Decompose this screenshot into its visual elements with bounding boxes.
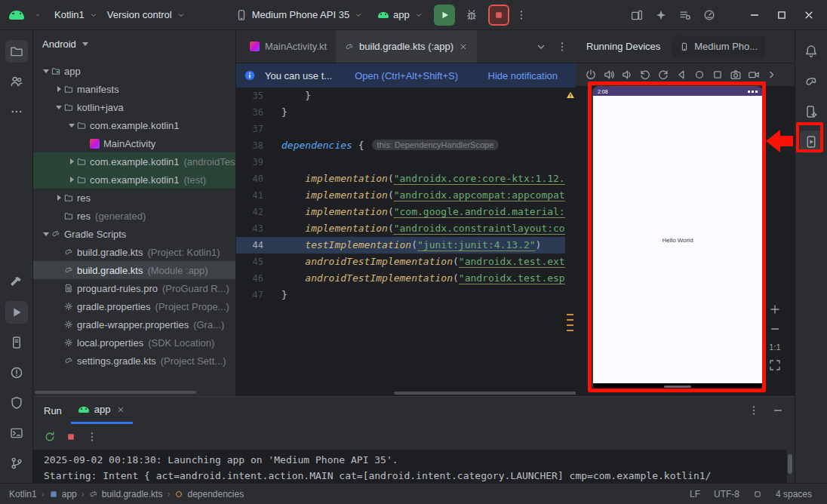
code-editor[interactable]: 35 }36}3738dependencies {this: Dependenc… [236,88,565,390]
tree-item-proguard-rules-pro[interactable]: proguard-rules.pro(ProGuard R...) [33,279,235,297]
stop-process-icon[interactable] [65,431,77,443]
run-config-selector[interactable]: app [374,6,428,23]
tree-item-res[interactable]: res [33,189,235,207]
editor-status-icon[interactable] [753,490,762,499]
tree-item-kotlin-java[interactable]: kotlin+java [33,98,235,116]
chevron-down-icon[interactable] [41,66,51,76]
tree-item-build-gradle-kts[interactable]: build.gradle.kts(Module :app) [33,261,235,279]
run-options-icon[interactable] [748,404,760,416]
build-tool-icon[interactable] [5,271,28,293]
code-line-41[interactable]: 41 implementation("androidx.appcompat:ap… [236,187,565,204]
chevron-down-icon[interactable] [41,229,51,239]
project-selector[interactable]: Kotlin1 [50,6,103,23]
close-tab-icon[interactable] [459,42,468,51]
debug-button[interactable] [461,5,482,26]
tree-item-com-example-kotlin1[interactable]: com.example.kotlin1 [33,116,235,134]
run-tool-icon[interactable] [5,301,28,324]
hide-notification-link[interactable]: Hide notification [488,70,558,81]
tree-item-build-gradle-kts[interactable]: build.gradle.kts(Project: Kotlin1) [33,243,235,261]
notifications-icon[interactable] [800,40,822,63]
more-run-actions-icon[interactable] [515,9,527,21]
stripe-mark[interactable] [567,330,573,331]
run-button[interactable] [434,5,455,26]
main-menu-icon[interactable] [32,9,44,21]
code-line-38[interactable]: 38dependencies {this: DependencyHandlerS… [236,137,565,154]
stripe-mark[interactable] [567,319,573,321]
volume-down-icon[interactable] [621,69,633,81]
running-devices-title[interactable]: Running Devices [586,41,660,52]
editor-error-stripe[interactable] [565,88,576,390]
app-quality-insights-icon[interactable] [5,392,28,414]
tree-item-app[interactable]: app [33,62,235,80]
stripe-mark[interactable] [567,314,573,315]
tree-item-gradle-scripts[interactable]: Gradle Scripts [33,225,235,243]
warning-icon[interactable] [566,91,575,100]
running-devices-tool-icon[interactable] [800,131,822,153]
code-line-36[interactable]: 36} [236,104,565,121]
more-device-actions-icon[interactable] [766,69,778,81]
device-selector[interactable]: Medium Phone API 35 [231,6,367,24]
hide-tool-window-icon[interactable] [772,404,784,416]
zoom-out-icon[interactable] [769,323,781,335]
chevron-down-icon[interactable] [54,102,64,112]
stripe-mark[interactable] [567,324,573,326]
profiler-icon[interactable] [703,9,715,21]
code-line-43[interactable]: 43 implementation("androidx.constraintla… [236,220,565,237]
tree-item-gradle-properties[interactable]: gradle.properties(Project Prope...) [33,297,235,315]
home-icon[interactable] [693,69,706,81]
project-horizontal-scrollbar[interactable] [35,391,196,394]
rerun-icon[interactable] [44,431,56,443]
screenshot-icon[interactable] [730,69,742,81]
project-view-selector[interactable]: Android [33,30,235,57]
more-tool-windows-icon[interactable] [5,100,28,123]
chevron-right-icon[interactable] [54,84,64,94]
tree-item-res[interactable]: res(generated) [33,207,235,225]
line-ending-indicator[interactable]: LF [690,489,700,499]
vcs-selector[interactable]: Version control [103,6,190,23]
rotate-right-icon[interactable] [657,69,669,81]
code-line-44[interactable]: 44 testImplementation("junit:junit:4.13.… [236,237,565,254]
rotate-left-icon[interactable] [639,69,651,81]
breadcrumb-dependencies[interactable]: dependencies [174,489,244,499]
screen-record-icon[interactable] [748,69,760,81]
gemini-icon[interactable] [655,9,667,21]
stop-button[interactable] [488,5,509,26]
hidden-tabs-icon[interactable] [535,41,547,53]
zoom-in-icon[interactable] [769,303,781,315]
tab-mainactivity[interactable]: MainActivity.kt [241,30,336,63]
chevron-right-icon[interactable] [54,192,64,203]
problems-tool-icon[interactable] [5,361,28,384]
logcat-tool-icon[interactable] [5,331,28,354]
zoom-reset-button[interactable]: 1:1 [769,343,780,352]
volume-up-icon[interactable] [603,69,615,81]
device-screen[interactable]: 2:08 Hello World [592,86,763,391]
console-scrollbar[interactable] [788,454,792,474]
code-line-46[interactable]: 46 androidTestImplementation("androidx.t… [236,270,565,287]
indent-indicator[interactable]: 4 spaces [776,489,812,499]
code-line-47[interactable]: 47} [236,287,565,303]
breadcrumb-build-gradle-kts[interactable]: build.gradle.kts [89,489,163,499]
code-line-45[interactable]: 45 androidTestImplementation("androidx.t… [236,254,565,270]
close-run-tab-icon[interactable] [116,405,125,414]
code-line-42[interactable]: 42 implementation("com.google.android.ma… [236,204,565,220]
tree-item-settings-gradle-kts[interactable]: settings.gradle.kts(Project Sett...) [33,352,235,370]
code-line-35[interactable]: 35 } [236,88,565,104]
device-tab-medium-phone[interactable]: Medium Pho... [672,35,765,58]
device-manager-tool-icon[interactable] [800,100,822,123]
encoding-indicator[interactable]: UTF-8 [714,489,739,499]
tree-item-com-example-kotlin1[interactable]: com.example.kotlin1(test) [33,171,235,189]
code-line-40[interactable]: 40 implementation("androidx.core:core-kt… [236,171,565,187]
gradle-tool-icon[interactable] [800,70,822,93]
tree-item-local-properties[interactable]: local.properties(SDK Location) [33,333,235,352]
zoom-fit-icon[interactable] [769,359,781,371]
open-settings-link[interactable]: Open (Ctrl+Alt+Shift+S) [355,70,458,81]
tree-item-gradle-wrapper-properties[interactable]: gradle-wrapper.properties(Gra...) [33,315,235,333]
overview-icon[interactable] [712,69,724,81]
editor-options-icon[interactable] [556,41,568,53]
minimize-window-icon[interactable] [741,0,768,30]
power-icon[interactable] [585,69,597,81]
back-icon[interactable] [675,69,687,81]
run-more-icon[interactable] [86,431,98,443]
tree-item-mainactivity[interactable]: MainActivity [33,134,235,152]
tree-item-com-example-kotlin1[interactable]: com.example.kotlin1(androidTest) [33,152,235,171]
